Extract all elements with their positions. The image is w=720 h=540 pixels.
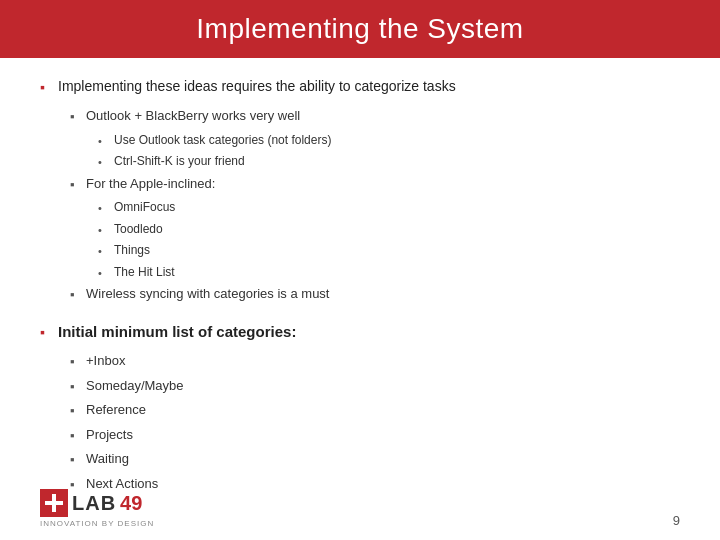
- bullet-l2-marker: ▪: [70, 377, 86, 397]
- bullet-l2-marker: ▪: [70, 107, 86, 127]
- bullet-l1-item: ▪ Implementing these ideas requires the …: [40, 76, 670, 98]
- bullet-l1-marker: ▪: [40, 322, 58, 343]
- s2-c1-text: +Inbox: [86, 351, 125, 371]
- bullet-l2-item: ▪ Projects: [70, 425, 670, 446]
- bullet-l2-marker: ▪: [70, 352, 86, 372]
- s1-c2-4-text: The Hit List: [114, 263, 175, 281]
- bullet-l3-marker: •: [98, 265, 114, 282]
- bullet-l1-marker: ▪: [40, 77, 58, 98]
- bullet-l2-item: ▪ Someday/Maybe: [70, 376, 670, 397]
- bullet-l3-marker: •: [98, 243, 114, 260]
- bullet-l2-item: ▪ +Inbox: [70, 351, 670, 372]
- bullet-l2-marker: ▪: [70, 450, 86, 470]
- bullet-l3-item: • Toodledo: [98, 220, 670, 239]
- logo-cross-vertical: [52, 494, 56, 512]
- bullet-l2-item: ▪ Reference: [70, 400, 670, 421]
- s1-c1-2-text: Ctrl-Shift-K is your friend: [114, 152, 245, 170]
- section2-children: ▪ +Inbox ▪ Someday/Maybe ▪ Reference ▪ P…: [70, 351, 670, 494]
- bullet-l2-item: ▪ Wireless syncing with categories is a …: [70, 284, 670, 305]
- bullet-l3-marker: •: [98, 200, 114, 217]
- bullet-l3-marker: •: [98, 133, 114, 150]
- logo-tagline: INNOVATION BY DESIGN: [40, 519, 154, 528]
- logo-lab-text: LAB: [72, 492, 116, 515]
- bullet-l2-item: ▪ For the Apple-inclined:: [70, 174, 670, 195]
- s1-c2-3-text: Things: [114, 241, 150, 259]
- bullet-l3-marker: •: [98, 222, 114, 239]
- bullet-l2-marker: ▪: [70, 426, 86, 446]
- bullet-l3-item: • Things: [98, 241, 670, 260]
- s1-c1-text: Outlook + BlackBerry works very well: [86, 106, 300, 126]
- s2-c3-text: Reference: [86, 400, 146, 420]
- title-bar: Implementing the System: [0, 0, 720, 58]
- bullet-l3-marker: •: [98, 154, 114, 171]
- bullet-l3-item: • Ctrl-Shift-K is your friend: [98, 152, 670, 171]
- bullet-l2-item: ▪ Waiting: [70, 449, 670, 470]
- section1-text: Implementing these ideas requires the ab…: [58, 76, 456, 97]
- s1-c2-text: For the Apple-inclined:: [86, 174, 215, 194]
- footer: LAB 49 INNOVATION BY DESIGN 9: [40, 489, 680, 528]
- main-content: ▪ Implementing these ideas requires the …: [0, 58, 720, 520]
- s1-c3-text: Wireless syncing with categories is a mu…: [86, 284, 329, 304]
- bullet-l1-bold-item: ▪ Initial minimum list of categories:: [40, 321, 670, 344]
- s1-c2-2-text: Toodledo: [114, 220, 163, 238]
- section-1: ▪ Implementing these ideas requires the …: [40, 76, 670, 305]
- s1-c2-1-text: OmniFocus: [114, 198, 175, 216]
- s2-c2-text: Someday/Maybe: [86, 376, 184, 396]
- logo-49-text: 49: [120, 492, 142, 515]
- logo-container: LAB 49 INNOVATION BY DESIGN: [40, 489, 154, 528]
- bullet-l2-marker: ▪: [70, 285, 86, 305]
- s2-c4-text: Projects: [86, 425, 133, 445]
- logo-icon: [40, 489, 68, 517]
- bullet-l2-marker: ▪: [70, 175, 86, 195]
- s1-c1-children: • Use Outlook task categories (not folde…: [98, 131, 670, 171]
- bullet-l3-item: • OmniFocus: [98, 198, 670, 217]
- logo-box: LAB 49: [40, 489, 142, 517]
- s1-c2-children: • OmniFocus • Toodledo • Things • The Hi…: [98, 198, 670, 281]
- bullet-l3-item: • The Hit List: [98, 263, 670, 282]
- section2-text: Initial minimum list of categories:: [58, 321, 296, 344]
- section1-children: ▪ Outlook + BlackBerry works very well •…: [70, 106, 670, 305]
- s2-c5-text: Waiting: [86, 449, 129, 469]
- page-title: Implementing the System: [196, 13, 523, 45]
- bullet-l2-marker: ▪: [70, 401, 86, 421]
- page-number: 9: [673, 513, 680, 528]
- bullet-l2-item: ▪ Outlook + BlackBerry works very well: [70, 106, 670, 127]
- s1-c1-1-text: Use Outlook task categories (not folders…: [114, 131, 331, 149]
- bullet-l3-item: • Use Outlook task categories (not folde…: [98, 131, 670, 150]
- section-2: ▪ Initial minimum list of categories: ▪ …: [40, 321, 670, 495]
